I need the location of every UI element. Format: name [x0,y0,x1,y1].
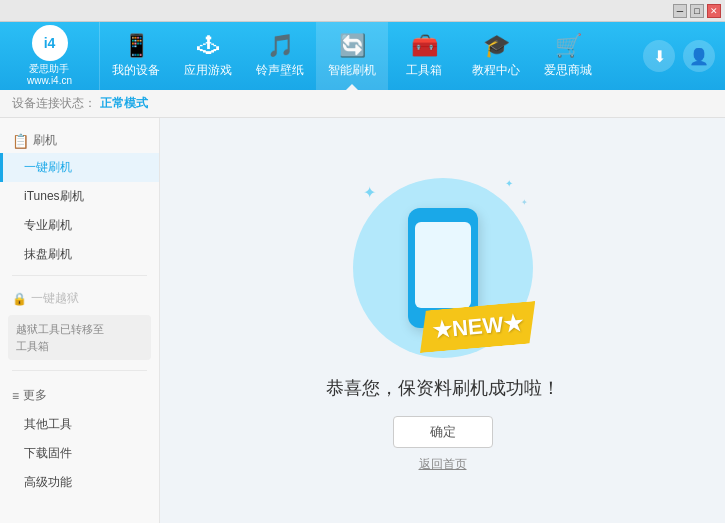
account-button[interactable]: 👤 [683,40,715,72]
my-device-icon: 📱 [123,33,150,59]
jailbreak-section: 🔒 一键越狱 越狱工具已转移至 工具箱 [0,280,159,366]
sparkle-1: ✦ [363,183,376,202]
nav-tutorial[interactable]: 🎓 教程中心 [460,22,532,90]
flash-section-label: 刷机 [33,132,57,149]
sparkle-2: ✦ [505,178,513,189]
back-link[interactable]: 返回首页 [419,456,467,473]
confirm-button[interactable]: 确定 [393,416,493,448]
nav-shop-label: 爱思商城 [544,62,592,79]
nav-toolbox-label: 工具箱 [406,62,442,79]
content-area: ✦ ✦ ✦ ★NEW★ 恭喜您，保资料刷机成功啦！ 确定 返回首页 [160,118,725,523]
nav-smart-flash[interactable]: 🔄 智能刷机 [316,22,388,90]
sidebar-item-advanced[interactable]: 高级功能 [0,468,159,497]
close-button[interactable]: ✕ [707,4,721,18]
logo-text: 爱思助手www.i4.cn [27,63,72,87]
phone-screen [415,222,471,308]
nav-ringtone-label: 铃声壁纸 [256,62,304,79]
status-bar: 设备连接状态： 正常模式 [0,90,725,118]
nav-my-device[interactable]: 📱 我的设备 [100,22,172,90]
nav-items: 📱 我的设备 🕹 应用游戏 🎵 铃声壁纸 🔄 智能刷机 🧰 工具箱 🎓 教程中心… [100,22,643,90]
nav-ringtone[interactable]: 🎵 铃声壁纸 [244,22,316,90]
app-game-icon: 🕹 [197,33,219,59]
nav-app-game-label: 应用游戏 [184,62,232,79]
top-nav: i4 爱思助手www.i4.cn 📱 我的设备 🕹 应用游戏 🎵 铃声壁纸 🔄 … [0,22,725,90]
flash-section-icon: 📋 [12,133,29,149]
sidebar-item-pro-flash[interactable]: 专业刷机 [0,211,159,240]
smart-flash-icon: 🔄 [339,33,366,59]
jailbreak-header: 🔒 一键越狱 [0,286,159,311]
sidebar-item-download-firmware[interactable]: 下载固件 [0,439,159,468]
main-layout: 📋 刷机 一键刷机 iTunes刷机 专业刷机 抹盘刷机 🔒 一键越狱 越狱工具… [0,118,725,523]
logo-area: i4 爱思助手www.i4.cn [0,22,100,90]
sidebar-item-one-key-flash[interactable]: 一键刷机 [0,153,159,182]
download-button[interactable]: ⬇ [643,40,675,72]
jailbreak-note-text: 越狱工具已转移至 工具箱 [16,323,104,352]
list-icon: ≡ [12,389,19,403]
nav-toolbox[interactable]: 🧰 工具箱 [388,22,460,90]
sidebar-item-itunes-flash[interactable]: iTunes刷机 [0,182,159,211]
sparkle-3: ✦ [521,198,528,207]
lock-icon: 🔒 [12,292,27,306]
success-text: 恭喜您，保资料刷机成功啦！ [326,376,560,400]
minimize-button[interactable]: ─ [673,4,687,18]
more-section-label: 更多 [23,387,47,404]
flash-section: 📋 刷机 一键刷机 iTunes刷机 专业刷机 抹盘刷机 [0,122,159,271]
sidebar-divider-2 [12,370,147,371]
jailbreak-label: 一键越狱 [31,290,79,307]
nav-tutorial-label: 教程中心 [472,62,520,79]
illustration: ✦ ✦ ✦ ★NEW★ 恭喜您，保资料刷机成功啦！ 确定 返回首页 [326,168,560,473]
shop-icon: 🛒 [555,33,582,59]
more-section-header: ≡ 更多 [0,381,159,410]
toolbox-icon: 🧰 [411,33,438,59]
nav-shop[interactable]: 🛒 爱思商城 [532,22,604,90]
more-section: ≡ 更多 其他工具 下载固件 高级功能 [0,375,159,499]
sidebar-item-other-tools[interactable]: 其他工具 [0,410,159,439]
nav-app-game[interactable]: 🕹 应用游戏 [172,22,244,90]
maximize-button[interactable]: □ [690,4,704,18]
sidebar-divider-1 [12,275,147,276]
nav-right: ⬇ 👤 [643,40,725,72]
jailbreak-note: 越狱工具已转移至 工具箱 [8,315,151,360]
flash-section-header: 📋 刷机 [0,128,159,153]
status-label: 设备连接状态： [12,95,96,112]
title-bar: ─ □ ✕ [0,0,725,22]
phone-container: ✦ ✦ ✦ ★NEW★ [343,168,543,368]
status-value: 正常模式 [100,95,148,112]
tutorial-icon: 🎓 [483,33,510,59]
sidebar: 📋 刷机 一键刷机 iTunes刷机 专业刷机 抹盘刷机 🔒 一键越狱 越狱工具… [0,118,160,523]
ringtone-icon: 🎵 [267,33,294,59]
nav-my-device-label: 我的设备 [112,62,160,79]
sidebar-item-wipe-flash[interactable]: 抹盘刷机 [0,240,159,269]
logo-icon: i4 [32,25,68,61]
nav-smart-flash-label: 智能刷机 [328,62,376,79]
